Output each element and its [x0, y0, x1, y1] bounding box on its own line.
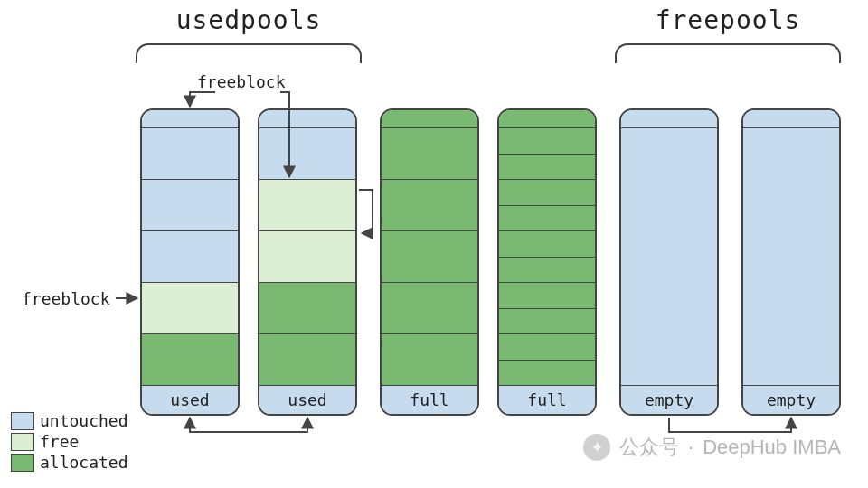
block-allocated: [382, 333, 477, 385]
arrow-empty-link: [669, 418, 791, 432]
label-freeblock-top: freeblock: [197, 72, 286, 91]
block-allocated: [382, 230, 477, 282]
block-allocated: [499, 205, 595, 231]
block-allocated: [499, 154, 595, 180]
arrow-free-chain: [359, 190, 373, 233]
block-untouched: [259, 128, 355, 179]
block-allocated: [259, 282, 355, 333]
pool-body: [743, 128, 839, 385]
label-freeblock-left: freeblock: [22, 289, 110, 308]
block-allocated: [382, 179, 477, 230]
block-allocated: [499, 308, 595, 334]
block-allocated: [382, 282, 477, 333]
pool-header: [743, 110, 839, 128]
arrow-freeblock-to-used1: [190, 92, 215, 107]
title-usedpools: usedpools: [136, 5, 362, 35]
block-untouched: [142, 230, 238, 282]
block-untouched: [621, 128, 717, 385]
pool-empty-1: empty: [619, 108, 719, 416]
pool-header: [499, 110, 595, 128]
legend-row-untouched: untouched: [11, 411, 128, 430]
legend: untouched free allocated: [11, 409, 128, 472]
block-free: [259, 230, 355, 282]
diagram-stage: usedpools freepools freeblock freeblock …: [0, 0, 868, 488]
legend-label-allocated: allocated: [40, 453, 128, 472]
block-allocated: [499, 360, 595, 386]
block-untouched: [743, 128, 839, 385]
brace-freepools: [615, 43, 841, 63]
pool-footer-label: empty: [743, 385, 839, 414]
block-allocated: [259, 333, 355, 385]
pool-footer-label: empty: [621, 385, 717, 414]
block-allocated: [382, 128, 477, 179]
brace-usedpools: [136, 43, 362, 63]
pool-body: [499, 128, 595, 385]
watermark-text-2: DeepHub IMBA: [703, 436, 841, 459]
legend-swatch-allocated: [11, 454, 34, 472]
legend-row-allocated: allocated: [11, 453, 128, 472]
block-allocated: [142, 333, 238, 385]
pool-footer-label: full: [382, 385, 477, 414]
block-allocated: [499, 282, 595, 308]
pool-used-2: used: [258, 108, 357, 416]
pool-header: [142, 110, 238, 128]
watermark-text-1: 公众号: [619, 434, 679, 461]
block-allocated: [499, 257, 595, 283]
block-free: [259, 179, 355, 230]
pool-footer-label: used: [259, 385, 355, 414]
block-untouched: [142, 128, 238, 179]
legend-swatch-free: [11, 433, 34, 451]
pool-footer-label: used: [142, 385, 238, 414]
legend-swatch-untouched: [11, 412, 34, 430]
title-freepools: freepools: [615, 5, 841, 35]
pool-header: [259, 110, 355, 128]
legend-label-untouched: untouched: [40, 411, 128, 430]
block-allocated: [499, 179, 595, 205]
pool-used-1: used: [140, 108, 240, 416]
pool-body: [382, 128, 477, 385]
pool-body: [621, 128, 717, 385]
block-allocated: [499, 230, 595, 257]
block-free: [142, 282, 238, 333]
pool-full-2: full: [497, 108, 597, 416]
pool-header: [382, 110, 477, 128]
block-allocated: [499, 333, 595, 360]
watermark: ✦ 公众号 · DeepHub IMBA: [583, 434, 841, 461]
block-allocated: [499, 128, 595, 154]
watermark-sep: ·: [688, 436, 693, 459]
legend-row-free: free: [11, 432, 128, 451]
pool-body: [142, 128, 238, 385]
pool-footer-label: full: [499, 385, 595, 414]
pool-body: [259, 128, 355, 385]
pool-header: [621, 110, 717, 128]
block-untouched: [142, 179, 238, 230]
wechat-icon: ✦: [583, 434, 610, 461]
legend-label-free: free: [40, 432, 79, 451]
arrow-used-link: [190, 418, 307, 432]
pool-empty-2: empty: [741, 108, 841, 416]
pool-full-1: full: [380, 108, 479, 416]
